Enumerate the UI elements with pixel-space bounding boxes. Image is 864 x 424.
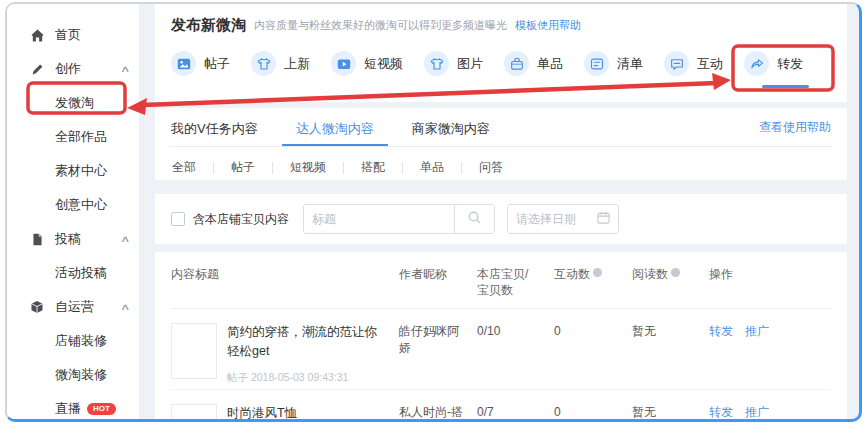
short-video-icon bbox=[331, 51, 356, 76]
filter-5[interactable]: 问答 bbox=[478, 159, 504, 176]
filter-2[interactable]: 短视频 bbox=[289, 159, 327, 176]
sidebar-item-3[interactable]: 全部作品 bbox=[7, 120, 139, 154]
content-tab-5[interactable]: 清单 bbox=[584, 51, 643, 90]
app-window: 首页创作∧发微淘全部作品素材中心创意中心投稿∧活动投稿自运营∧店铺装修微淘装修直… bbox=[5, 2, 862, 422]
content-tab-label: 帖子 bbox=[204, 55, 230, 73]
content-tab-7[interactable]: 转发 bbox=[744, 51, 803, 90]
content-tab-6[interactable]: 互动 bbox=[664, 51, 723, 90]
sidebar-item-10[interactable]: 微淘装修 bbox=[7, 358, 139, 392]
sidebar-item-label: 首页 bbox=[55, 26, 81, 44]
sidebar-item-9[interactable]: 店铺装修 bbox=[7, 324, 139, 358]
sidebar-item-label: 全部作品 bbox=[55, 128, 107, 146]
author-name: 私人时尚-搭配师 bbox=[399, 404, 477, 419]
interact-icon bbox=[664, 51, 689, 76]
author-name: 皓仔妈咪阿娇 bbox=[399, 323, 477, 357]
sidebar-item-label: 素材中心 bbox=[55, 162, 107, 180]
picture-icon bbox=[424, 51, 449, 76]
tabs-divider bbox=[169, 146, 833, 147]
source-tab-0[interactable]: 我的V任务内容 bbox=[171, 108, 258, 146]
content-tab-4[interactable]: 单品 bbox=[504, 51, 563, 90]
template-help-link[interactable]: 模板使用帮助 bbox=[515, 18, 581, 33]
row-actions: 转发推广 bbox=[709, 404, 831, 419]
sidebar-item-4[interactable]: 素材中心 bbox=[7, 154, 139, 188]
source-tabs: 我的V任务内容达人微淘内容商家微淘内容 bbox=[171, 108, 528, 146]
content-tab-label: 转发 bbox=[777, 55, 803, 73]
content-type-tabs: 帖子上新短视频图片单品清单互动转发 bbox=[171, 51, 831, 90]
sidebar-item-label: 店铺装修 bbox=[55, 332, 107, 350]
shop-items-count: 0/10 bbox=[477, 323, 554, 340]
content-tab-label: 上新 bbox=[284, 55, 310, 73]
source-tab-1[interactable]: 达人微淘内容 bbox=[296, 108, 374, 146]
search-icon bbox=[467, 210, 482, 229]
sidebar-item-0[interactable]: 首页 bbox=[7, 18, 139, 52]
filter-separator bbox=[213, 162, 214, 174]
content-title: 简约的穿搭，潮流的范让你轻松get bbox=[227, 323, 389, 359]
sidebar-item-label: 创意中心 bbox=[55, 196, 107, 214]
item-icon bbox=[504, 51, 529, 76]
home-icon bbox=[29, 27, 45, 43]
content-tab-3[interactable]: 图片 bbox=[424, 51, 483, 90]
new-arrival-icon bbox=[251, 51, 276, 76]
list-icon bbox=[584, 51, 609, 76]
chevron-up-icon: ∧ bbox=[120, 302, 131, 312]
promote-action-link[interactable]: 推广 bbox=[745, 324, 769, 338]
filter-0[interactable]: 全部 bbox=[171, 159, 197, 176]
pen-icon bbox=[29, 61, 45, 77]
info-icon[interactable] bbox=[593, 268, 602, 277]
content-thumbnail[interactable] bbox=[171, 323, 217, 379]
filter-separator bbox=[461, 162, 462, 174]
sidebar: 首页创作∧发微淘全部作品素材中心创意中心投稿∧活动投稿自运营∧店铺装修微淘装修直… bbox=[7, 4, 139, 419]
filter-1[interactable]: 帖子 bbox=[230, 159, 256, 176]
title-search-input[interactable] bbox=[304, 205, 454, 233]
table-row: 简约的穿搭，潮流的范让你轻松get帖子 2018-05-03 09:43:31皓… bbox=[171, 309, 831, 389]
read-count: 暂无 bbox=[632, 404, 709, 419]
usage-help-link[interactable]: 查看使用帮助 bbox=[759, 119, 831, 136]
content-tab-label: 单品 bbox=[537, 55, 563, 73]
column-header-4: 阅读数 bbox=[632, 266, 709, 282]
row-actions: 转发推广 bbox=[709, 323, 831, 340]
publish-header-panel: 发布新微淘 内容质量与粉丝效果好的微淘可以得到更多频道曝光 模板使用帮助 帖子上… bbox=[155, 4, 847, 102]
sidebar-item-1[interactable]: 创作∧ bbox=[7, 52, 139, 86]
sidebar-item-label: 微淘装修 bbox=[55, 366, 107, 384]
sidebar-item-6[interactable]: 投稿∧ bbox=[7, 222, 139, 256]
sidebar-item-2[interactable]: 发微淘 bbox=[7, 86, 139, 120]
content-tab-2[interactable]: 短视频 bbox=[331, 51, 403, 90]
sidebar-item-5[interactable]: 创意中心 bbox=[7, 188, 139, 222]
content-thumbnail[interactable] bbox=[171, 404, 217, 419]
content-meta: 帖子 2018-05-03 09:43:31 bbox=[227, 371, 389, 385]
shop-items-checkbox[interactable] bbox=[171, 212, 185, 226]
forward-action-link[interactable]: 转发 bbox=[709, 405, 733, 419]
sidebar-item-label: 直播 bbox=[55, 400, 81, 418]
date-input[interactable] bbox=[516, 212, 592, 226]
sidebar-item-8[interactable]: 自运营∧ bbox=[7, 290, 139, 324]
content-tab-1[interactable]: 上新 bbox=[251, 51, 310, 90]
chevron-up-icon: ∧ bbox=[120, 64, 131, 74]
read-count: 暂无 bbox=[632, 323, 709, 340]
sidebar-item-label: 创作 bbox=[55, 60, 81, 78]
column-header-3: 互动数 bbox=[554, 266, 632, 282]
content-title: 时尚港风T恤 bbox=[227, 404, 389, 419]
forward-icon bbox=[744, 51, 769, 76]
search-button[interactable] bbox=[454, 205, 494, 233]
sidebar-item-11[interactable]: 直播HOT bbox=[7, 392, 139, 422]
forward-action-link[interactable]: 转发 bbox=[709, 324, 733, 338]
search-panel: 含本店铺宝贝内容 bbox=[155, 194, 847, 244]
source-tab-2[interactable]: 商家微淘内容 bbox=[412, 108, 490, 146]
sidebar-item-label: 投稿 bbox=[55, 230, 81, 248]
content-table: 内容标题作者昵称本店宝贝/宝贝数互动数阅读数操作 简约的穿搭，潮流的范让你轻松g… bbox=[155, 252, 847, 419]
table-header-row: 内容标题作者昵称本店宝贝/宝贝数互动数阅读数操作 bbox=[171, 252, 831, 309]
date-picker[interactable] bbox=[507, 204, 619, 234]
content-tab-0[interactable]: 帖子 bbox=[171, 51, 230, 90]
filter-3[interactable]: 搭配 bbox=[360, 159, 386, 176]
main-content: 发布新微淘 内容质量与粉丝效果好的微淘可以得到更多频道曝光 模板使用帮助 帖子上… bbox=[155, 4, 847, 419]
column-header-0: 内容标题 bbox=[171, 266, 399, 282]
info-icon[interactable] bbox=[671, 268, 680, 277]
column-header-5: 操作 bbox=[709, 266, 831, 282]
sidebar-item-7[interactable]: 活动投稿 bbox=[7, 256, 139, 290]
content-tab-label: 清单 bbox=[617, 55, 643, 73]
filter-separator bbox=[343, 162, 344, 174]
promote-action-link[interactable]: 推广 bbox=[745, 405, 769, 419]
filter-4[interactable]: 单品 bbox=[419, 159, 445, 176]
sidebar-item-label: 活动投稿 bbox=[55, 264, 107, 282]
table-row: 时尚港风T恤帖子 2018-05-03 09:43:31私人时尚-搭配师0/70… bbox=[171, 389, 831, 419]
